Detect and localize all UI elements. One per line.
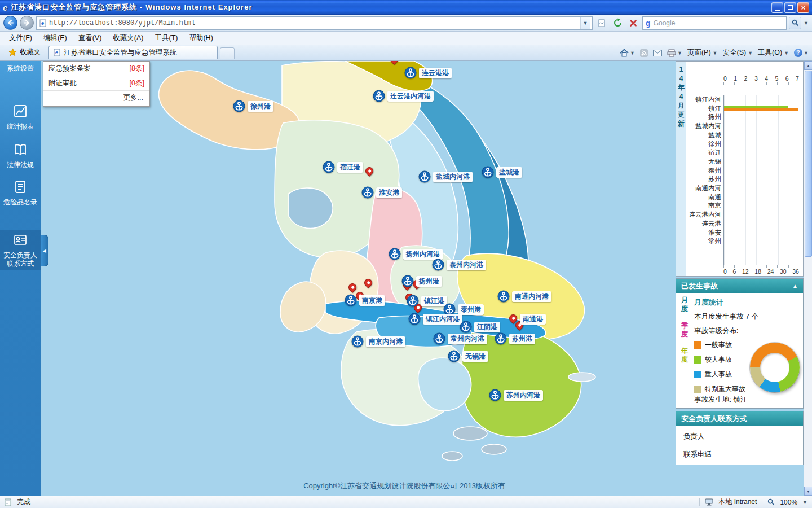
address-dropdown-button[interactable]: ▼ bbox=[580, 17, 590, 29]
sidebar-item-4[interactable]: 安全负责人联系方式 bbox=[0, 230, 41, 270]
tab-年度[interactable]: 年度 bbox=[678, 347, 691, 364]
port-marker[interactable]: 无锡港 bbox=[448, 350, 488, 362]
search-button[interactable] bbox=[789, 17, 801, 29]
port-marker[interactable]: 盐城内河港 bbox=[418, 170, 473, 183]
svg-text:e: e bbox=[55, 50, 58, 55]
port-marker[interactable]: 南京港 bbox=[345, 294, 385, 306]
collapse-arrow-icon[interactable]: ▲ bbox=[792, 283, 798, 289]
port-marker[interactable]: 连云港港 bbox=[404, 67, 452, 79]
scroll-down-button[interactable]: ▼ bbox=[804, 487, 812, 496]
home-button[interactable]: ▼ bbox=[620, 49, 635, 57]
search-dropdown-button[interactable]: ▼ bbox=[804, 20, 809, 26]
chart-category-label: 徐州 bbox=[686, 139, 721, 148]
search-input[interactable]: g Google bbox=[642, 16, 787, 30]
panel-collapse-handle[interactable]: ◀ bbox=[41, 235, 48, 266]
stop-button[interactable] bbox=[626, 16, 640, 30]
help-button[interactable]: ?▼ bbox=[794, 49, 809, 57]
toolbar-button[interactable]: 工具(O)▼ bbox=[758, 48, 789, 58]
quick-link-row[interactable]: 应急预案备案[8条] bbox=[43, 62, 149, 76]
sidebar-item-label: 系统设置 bbox=[7, 64, 34, 73]
address-input[interactable]: e http://localhost:8080/yjpt/Main.html ▼ bbox=[36, 16, 593, 30]
mail-icon bbox=[653, 50, 662, 56]
port-marker[interactable]: 常州内河港 bbox=[433, 332, 487, 345]
sidebar-item-label: 安全负责人联系方式 bbox=[3, 251, 37, 268]
feeds-button[interactable] bbox=[640, 49, 648, 57]
toolbar-button[interactable]: 安全(S)▼ bbox=[723, 48, 753, 58]
port-marker[interactable]: 镇江内河港 bbox=[408, 313, 462, 325]
security-zone: 本地 Intranet bbox=[718, 497, 757, 507]
port-marker[interactable]: 宿迁港 bbox=[323, 161, 363, 173]
chart-update-label: 14年4月更新 bbox=[676, 62, 686, 276]
new-tab-button[interactable] bbox=[220, 47, 235, 59]
tab-季度[interactable]: 季度 bbox=[678, 322, 691, 339]
menu-item[interactable]: 文件(F) bbox=[3, 32, 38, 45]
port-marker[interactable]: 南京内河港 bbox=[351, 335, 405, 348]
port-marker[interactable]: 连云港内河港 bbox=[373, 90, 434, 102]
forward-button[interactable] bbox=[20, 16, 34, 30]
search-placeholder: Google bbox=[654, 19, 783, 27]
sidebar-item-1[interactable]: 统计报表 bbox=[0, 102, 41, 133]
anchor-icon bbox=[497, 290, 510, 303]
port-marker[interactable]: 南通港 bbox=[509, 314, 546, 325]
quick-link-row[interactable]: 附证审批[0条] bbox=[43, 76, 149, 91]
zoom-dropdown-button[interactable]: ▼ bbox=[802, 500, 807, 505]
port-marker[interactable]: 淮安港 bbox=[361, 186, 402, 199]
chart-bar bbox=[724, 106, 788, 108]
anchor-icon bbox=[404, 67, 417, 79]
sidebar-item-0[interactable]: 系统设置 bbox=[0, 62, 41, 75]
anchor-icon bbox=[418, 170, 431, 183]
chart-category-label: 泰州 bbox=[686, 166, 721, 175]
refresh-button[interactable] bbox=[611, 16, 624, 30]
compatibility-view-button[interactable] bbox=[595, 16, 608, 30]
chart-category-label: 南京 bbox=[686, 201, 721, 210]
close-button[interactable]: × bbox=[797, 2, 809, 13]
restore-button[interactable] bbox=[784, 2, 796, 13]
window-title: 江苏省港口安全监管与应急管理系统 - Windows Internet Expl… bbox=[11, 2, 252, 12]
favorites-button[interactable]: 收藏夹 bbox=[3, 46, 46, 59]
sidebar-item-label: 危险品名录 bbox=[3, 198, 37, 207]
toolbar-button[interactable]: 页面(P)▼ bbox=[687, 48, 718, 58]
vertical-scrollbar[interactable]: ▲ ▼ bbox=[804, 61, 812, 496]
tab-月度[interactable]: 月度 bbox=[678, 296, 691, 313]
more-link[interactable]: 更多... bbox=[43, 91, 149, 106]
port-marker[interactable]: 苏州港 bbox=[495, 332, 535, 345]
port-label: 宿迁港 bbox=[337, 162, 363, 173]
port-marker[interactable]: 徐州港 bbox=[233, 100, 273, 112]
zoom-level[interactable]: 100% bbox=[780, 498, 797, 506]
legend-swatch bbox=[694, 371, 701, 378]
menu-item[interactable]: 收藏夹(A) bbox=[107, 32, 149, 45]
menu-item[interactable]: 帮助(H) bbox=[183, 32, 218, 45]
sidebar-item-label: 统计报表 bbox=[7, 122, 34, 131]
jiangsu-map bbox=[41, 61, 678, 496]
red-pin-icon[interactable] bbox=[365, 167, 374, 177]
red-pin-icon[interactable] bbox=[364, 279, 373, 289]
scrollbar-thumb[interactable] bbox=[805, 71, 812, 257]
port-label: 连云港港 bbox=[419, 68, 452, 78]
port-marker[interactable]: 南通内河港 bbox=[497, 290, 551, 303]
red-pin-icon[interactable] bbox=[390, 61, 399, 65]
tab-active[interactable]: e 江苏省港口安全监管与应急管理系统 bbox=[48, 46, 218, 59]
menu-item[interactable]: 编辑(E) bbox=[38, 32, 73, 45]
port-marker[interactable]: 泰州内河港 bbox=[432, 259, 486, 271]
sidebar-item-3[interactable]: 危险品名录 bbox=[0, 177, 41, 209]
port-marker[interactable]: 苏州内河港 bbox=[489, 389, 543, 401]
menu-item[interactable]: 工具(T) bbox=[149, 32, 183, 45]
chart-category-label: 常州 bbox=[686, 237, 721, 246]
contact-field: 负责人 bbox=[683, 432, 796, 441]
back-button[interactable] bbox=[3, 16, 17, 30]
rss-icon bbox=[640, 49, 648, 57]
print-button[interactable]: ▼ bbox=[667, 49, 682, 57]
port-label: 南通内河港 bbox=[512, 291, 551, 302]
sidebar-item-2[interactable]: 法律法规 bbox=[0, 140, 41, 172]
port-marker[interactable]: 镇江港 bbox=[407, 295, 447, 307]
mail-button[interactable] bbox=[653, 50, 662, 56]
menu-item[interactable]: 查看(V) bbox=[73, 32, 108, 45]
browser-window: e 江苏省港口安全监管与应急管理系统 - Windows Internet Ex… bbox=[0, 0, 812, 508]
minimize-button[interactable] bbox=[771, 2, 783, 13]
anchor-icon bbox=[401, 275, 414, 287]
port-marker[interactable]: 盐城港 bbox=[482, 166, 522, 178]
port-marker[interactable]: 扬州港 bbox=[401, 275, 442, 287]
ie-logo-icon: e bbox=[3, 3, 7, 12]
port-marker[interactable]: 江阴港 bbox=[460, 321, 500, 333]
scroll-up-button[interactable]: ▲ bbox=[804, 61, 812, 70]
